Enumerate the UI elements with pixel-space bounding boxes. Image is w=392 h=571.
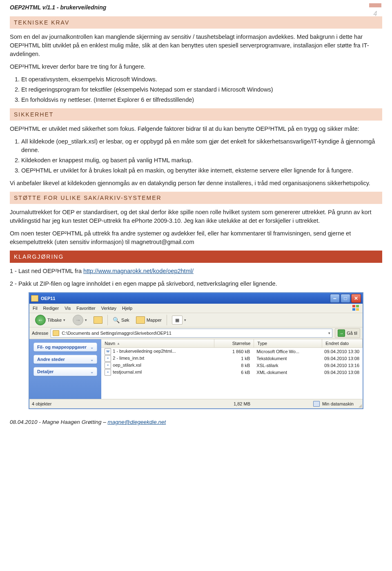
- statusbar: 4 objekter 1,82 MB Min datamaskin: [29, 399, 363, 408]
- status-size: 1,82 MB: [234, 401, 250, 406]
- forward-icon: →: [73, 315, 83, 325]
- chevron-down-icon: ⌄: [90, 369, 94, 374]
- svg-rect-2: [352, 305, 355, 307]
- computer-icon: [313, 401, 320, 407]
- list-item: OEP²HTML er utviklet for å brukes lokalt…: [21, 166, 382, 175]
- footer-text: 08.04.2010 - Magne Haagen Grøtting –: [10, 419, 107, 425]
- page-number-mark: 4: [369, 3, 382, 19]
- column-type[interactable]: Type: [254, 339, 322, 347]
- chevron-down-icon: ⌄: [90, 357, 94, 362]
- menu-item[interactable]: Fil: [33, 306, 38, 311]
- file-row[interactable]: ≡testjournal.xml 6 kB XML-dokument 09.04…: [101, 369, 363, 376]
- ordered-list: Et operativsystem, eksempelvis Microsoft…: [21, 75, 382, 104]
- folders-label: Mapper: [147, 318, 162, 322]
- chevron-down-icon: ⌄: [90, 345, 94, 349]
- back-label: Tilbake: [47, 318, 62, 322]
- address-path: C:\Documents and Settings\maggro\Skriveb…: [62, 331, 171, 336]
- chevron-down-icon: ▾: [184, 318, 186, 322]
- step-1: 1 - Last ned OEP²HTML fra http://www.mag…: [10, 267, 382, 275]
- folder-icon: [53, 330, 59, 336]
- go-label: Gå til: [347, 331, 357, 336]
- footer-email-link[interactable]: magne@diegeekdie.net: [107, 419, 166, 425]
- menu-item[interactable]: Verktøy: [101, 306, 116, 311]
- menu-item[interactable]: Rediger: [43, 306, 59, 311]
- back-button[interactable]: ← Tilbake ▾: [32, 315, 69, 325]
- folder-icon: [136, 316, 145, 324]
- search-icon: 🔍: [113, 317, 120, 323]
- column-headers: Navn ▲ Størrelse Type Endret dato: [101, 339, 363, 348]
- close-button[interactable]: ✕: [351, 294, 361, 303]
- view-button[interactable]: ▦ ▾: [169, 315, 189, 325]
- view-icon: ▦: [172, 316, 183, 325]
- chevron-down-icon: ▾: [63, 318, 65, 322]
- paragraph: Som en del av journalkontrollen kan mang…: [10, 33, 382, 58]
- chevron-down-icon[interactable]: ▾: [328, 331, 330, 335]
- go-button[interactable]: → Gå til: [335, 328, 360, 338]
- windows-logo-icon: [352, 305, 360, 312]
- forward-button[interactable]: → ▾: [70, 315, 89, 325]
- paragraph: OEP²HTML krever derfor bare tre ting for…: [10, 63, 382, 71]
- section-heading-sikkerhet: SIKKERHET: [10, 108, 382, 121]
- status-objects: 4 objekter: [32, 401, 51, 406]
- list-item: All kildekode (oep_stilark.xsl) er lesba…: [21, 137, 382, 155]
- file-row[interactable]: W1 - brukerveiledning oep2html... 1 860 …: [101, 348, 363, 355]
- section-heading-tekniske-krav: TEKNISKE KRAV: [10, 16, 382, 29]
- search-label: Søk: [121, 318, 129, 322]
- step-text: 1 - Last ned OEP²HTML fra: [10, 268, 83, 274]
- separator: [167, 315, 167, 325]
- menubar: Fil Rediger Vis Favoritter Verktøy Hjelp: [29, 304, 363, 313]
- ordered-list: All kildekode (oep_stilark.xsl) er lesba…: [21, 137, 382, 175]
- up-button[interactable]: [91, 315, 105, 325]
- svg-rect-0: [369, 3, 381, 7]
- paragraph: Vi anbefaler likevel at kildekoden gjenn…: [10, 179, 382, 188]
- list-item: Et redigeringsprogram for tekstfiler (ek…: [21, 85, 382, 94]
- address-label: Adresse: [32, 331, 48, 336]
- menu-item[interactable]: Vis: [65, 306, 71, 311]
- back-icon: ←: [35, 315, 46, 325]
- file-row[interactable]: ≡oep_stilark.xsl 8 kB XSL-stilark 09.04.…: [101, 362, 363, 369]
- other-places-panel[interactable]: Andre steder⌄: [33, 355, 97, 364]
- column-date[interactable]: Endret dato: [322, 339, 363, 347]
- menu-item[interactable]: Hjelp: [122, 306, 132, 311]
- list-item: Et operativsystem, eksempelvis Microsoft…: [21, 75, 382, 84]
- file-row[interactable]: ≡2 - limes_inn.txt 1 kB Tekstdokument 09…: [101, 355, 363, 362]
- xml-file-icon: ≡: [105, 369, 111, 376]
- panel-title: Detaljer: [37, 369, 53, 374]
- document-footer: 08.04.2010 - Magne Haagen Grøtting – mag…: [10, 419, 382, 425]
- resize-grip-icon[interactable]: [356, 402, 362, 408]
- titlebar[interactable]: OEP11 ‒ □ ✕: [29, 293, 363, 304]
- search-button[interactable]: 🔍 Søk: [110, 315, 132, 325]
- details-panel[interactable]: Detaljer⌄: [33, 367, 97, 376]
- column-size[interactable]: Størrelse: [214, 339, 254, 347]
- chevron-down-icon: ▾: [85, 318, 87, 322]
- download-link[interactable]: http://www.magnarokk.net/kode/oep2html/: [83, 268, 194, 274]
- toolbar: ← Tilbake ▾ → ▾ 🔍 Søk Mapper ▦: [29, 313, 363, 327]
- svg-rect-5: [356, 308, 359, 311]
- panel-title: Andre steder: [37, 357, 65, 362]
- column-name[interactable]: Navn ▲: [101, 339, 214, 347]
- list-item: Kildekoden er knappest mulig, og basert …: [21, 156, 382, 165]
- tasks-panel[interactable]: Fil- og mappeoppgaver⌄: [33, 343, 97, 352]
- explorer-window: OEP11 ‒ □ ✕ Fil Rediger Vis Favoritter V…: [29, 292, 363, 409]
- svg-text:4: 4: [374, 10, 377, 17]
- window-title: OEP11: [41, 296, 330, 301]
- minimize-button[interactable]: ‒: [330, 294, 340, 303]
- status-location: Min datamaskin: [313, 401, 354, 407]
- side-panel: Fil- og mappeoppgaver⌄ Andre steder⌄ Det…: [29, 339, 101, 399]
- svg-rect-3: [356, 305, 359, 307]
- section-heading-klargjoring: KLARGJØRING: [10, 251, 382, 263]
- paragraph: Om noen tester OEP²HTML på uttrekk fra a…: [10, 229, 382, 246]
- menu-item[interactable]: Favoritter: [76, 306, 95, 311]
- file-list: Navn ▲ Størrelse Type Endret dato W1 - b…: [101, 339, 363, 399]
- address-input[interactable]: C:\Documents and Settings\maggro\Skriveb…: [51, 329, 332, 338]
- maximize-button[interactable]: □: [341, 294, 350, 303]
- go-icon: →: [338, 329, 345, 337]
- section-heading-stotte: STØTTE FOR ULIKE SAK/ARKIV-SYSTEMER: [10, 192, 382, 204]
- folder-up-icon: [94, 316, 102, 324]
- addressbar: Adresse C:\Documents and Settings\maggro…: [29, 327, 363, 339]
- document-header: OEP2HTML v/1.1 - brukerveiledning: [10, 4, 382, 11]
- panel-title: Fil- og mappeoppgaver: [37, 345, 87, 349]
- xsl-file-icon: ≡: [105, 362, 111, 369]
- separator: [107, 315, 108, 325]
- folders-button[interactable]: Mapper: [134, 315, 164, 325]
